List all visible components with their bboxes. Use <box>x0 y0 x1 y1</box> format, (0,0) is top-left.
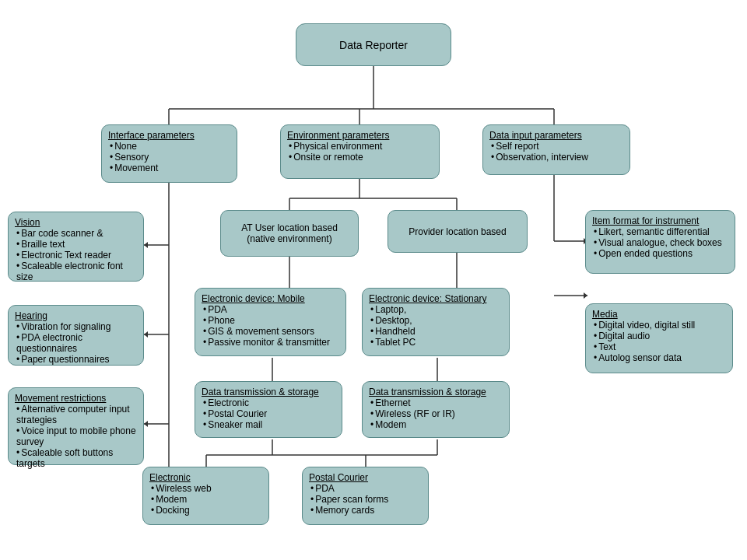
media-item-1: Digital video, digital still <box>594 320 726 331</box>
electronic-item-2: Modem <box>151 494 262 505</box>
postal-title: Postal Courier <box>309 472 422 483</box>
postal-node: Postal Courier PDA Paper scan forms Memo… <box>302 467 429 525</box>
stationary-node: Electronic device: Stationary Laptop, De… <box>362 288 510 356</box>
trans-stat-item-3: Modem <box>370 419 503 430</box>
postal-list: PDA Paper scan forms Memory cards <box>309 483 422 516</box>
movement-item-3: Scaleable soft buttons targets <box>16 447 137 469</box>
root-node: Data Reporter <box>296 23 451 66</box>
interface-node: Interface parameters None Sensory Moveme… <box>101 124 237 183</box>
svg-marker-11 <box>144 242 148 248</box>
vision-item-3: Electronic Text reader <box>16 250 137 261</box>
vision-title: Vision <box>15 217 137 228</box>
mobile-item-1: PDA <box>203 304 339 315</box>
transmission-stationary-list: Ethernet Wireless (RF or IR) Modem <box>369 397 503 430</box>
mobile-item-2: Phone <box>203 315 339 326</box>
transmission-mobile-node: Data transmission & storage Electronic P… <box>195 381 342 438</box>
mobile-item-4: Passive monitor & transmitter <box>203 337 339 348</box>
electronic-node: Electronic Wireless web Modem Docking <box>142 467 269 525</box>
env-item-2: Onsite or remote <box>289 152 433 163</box>
provider-node: Provider location based <box>388 210 528 253</box>
provider-label: Provider location based <box>409 226 506 237</box>
stationary-item-1: Laptop, <box>370 304 503 315</box>
movement-title: Movement restrictions <box>15 393 137 404</box>
hearing-item-3: Paper questionnaires <box>16 354 137 365</box>
electronic-item-3: Docking <box>151 505 262 516</box>
interface-item-3: Movement <box>110 163 230 173</box>
stationary-item-2: Desktop, <box>370 315 503 326</box>
movement-list: Alternative computer input strategies Vo… <box>15 404 137 469</box>
stationary-item-3: Handheld <box>370 326 503 337</box>
svg-marker-22 <box>584 292 587 299</box>
interface-item-2: Sensory <box>110 152 230 163</box>
hearing-item-1: Vibration for signaling <box>16 321 137 332</box>
vision-item-2: Braille text <box>16 239 137 250</box>
datainput-item-2: Observation, interview <box>491 152 623 163</box>
environment-list: Physical environment Onsite or remote <box>287 141 433 163</box>
item-format-item-2: Visual analogue, check boxes <box>594 237 728 248</box>
vision-node: Vision Bar code scanner & Braille text E… <box>8 212 144 282</box>
mobile-item-3: GIS & movement sensors <box>203 326 339 337</box>
electronic-title: Electronic <box>149 472 262 483</box>
transmission-mobile-list: Electronic Postal Courier Sneaker mail <box>202 397 335 430</box>
stationary-item-4: Tablet PC <box>370 337 503 348</box>
datainput-list: Self report Observation, interview <box>489 141 623 163</box>
datainput-node: Data input parameters Self report Observ… <box>482 124 630 175</box>
hearing-title: Hearing <box>15 310 137 321</box>
item-format-list: Likert, semantic differential Visual ana… <box>592 226 728 259</box>
at-user-label: AT User location based(native environmen… <box>241 222 338 244</box>
movement-item-2: Voice input to mobile phone survey <box>16 425 137 447</box>
hearing-item-2: PDA electronic questionnaires <box>16 332 137 354</box>
transmission-mobile-title: Data transmission & storage <box>202 387 335 397</box>
postal-item-2: Paper scan forms <box>310 494 422 505</box>
environment-node: Environment parameters Physical environm… <box>280 124 440 179</box>
item-format-title: Item format for instrument <box>592 215 728 226</box>
stationary-list: Laptop, Desktop, Handheld Tablet PC <box>369 304 503 348</box>
diagram: Data Reporter Interface parameters None … <box>0 0 747 560</box>
svg-marker-15 <box>144 421 148 427</box>
transmission-stationary-node: Data transmission & storage Ethernet Wir… <box>362 381 510 438</box>
vision-item-4: Scaleable electronic font size <box>16 261 137 282</box>
media-list: Digital video, digital still Digital aud… <box>592 320 726 363</box>
trans-mobile-item-2: Postal Courier <box>203 408 335 419</box>
hearing-node: Hearing Vibration for signaling PDA elec… <box>8 305 144 366</box>
electronic-list: Wireless web Modem Docking <box>149 483 262 516</box>
trans-mobile-item-1: Electronic <box>203 397 335 408</box>
movement-item-1: Alternative computer input strategies <box>16 404 137 425</box>
vision-list: Bar code scanner & Braille text Electron… <box>15 228 137 282</box>
media-item-3: Text <box>594 341 726 352</box>
trans-stat-item-1: Ethernet <box>370 397 503 408</box>
item-format-item-1: Likert, semantic differential <box>594 226 728 237</box>
electronic-item-1: Wireless web <box>151 483 262 494</box>
interface-title: Interface parameters <box>108 130 230 141</box>
movement-node: Movement restrictions Alternative comput… <box>8 387 144 465</box>
root-label: Data Reporter <box>339 39 408 51</box>
media-item-4: Autolog sensor data <box>594 352 726 363</box>
trans-stat-item-2: Wireless (RF or IR) <box>370 408 503 419</box>
svg-marker-13 <box>144 331 148 338</box>
vision-item-1: Bar code scanner & <box>16 228 137 239</box>
environment-title: Environment parameters <box>287 130 433 141</box>
media-node: Media Digital video, digital still Digit… <box>585 303 733 373</box>
datainput-title: Data input parameters <box>489 130 623 141</box>
transmission-stationary-title: Data transmission & storage <box>369 387 503 397</box>
media-title: Media <box>592 309 726 320</box>
postal-item-1: PDA <box>310 483 422 494</box>
trans-mobile-item-3: Sneaker mail <box>203 419 335 430</box>
postal-item-3: Memory cards <box>310 505 422 516</box>
interface-item-1: None <box>110 141 230 152</box>
stationary-title: Electronic device: Stationary <box>369 293 503 304</box>
mobile-list: PDA Phone GIS & movement sensors Passive… <box>202 304 339 348</box>
datainput-item-1: Self report <box>491 141 623 152</box>
mobile-title: Electronic device: Mobile <box>202 293 339 304</box>
item-format-item-3: Open ended questions <box>594 248 728 259</box>
env-item-1: Physical environment <box>289 141 433 152</box>
item-format-node: Item format for instrument Likert, seman… <box>585 210 735 274</box>
media-item-2: Digital audio <box>594 331 726 341</box>
hearing-list: Vibration for signaling PDA electronic q… <box>15 321 137 365</box>
interface-list: None Sensory Movement <box>108 141 230 173</box>
at-user-node: AT User location based(native environmen… <box>220 210 359 257</box>
mobile-node: Electronic device: Mobile PDA Phone GIS … <box>195 288 346 356</box>
